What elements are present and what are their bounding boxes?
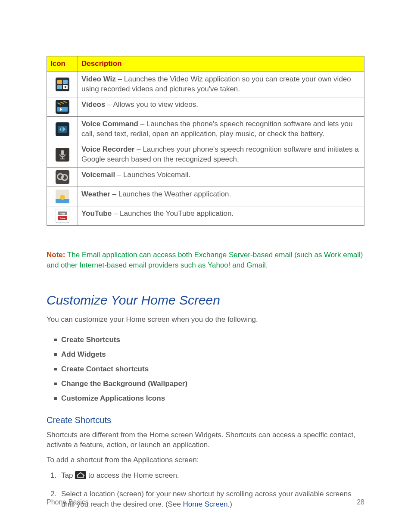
- step-item: Tap to access the Home screen.: [59, 470, 364, 481]
- table-row: YouTube – Launches the YouTube applicati…: [47, 206, 364, 225]
- table-row: Voice Recorder – Launches your phone's s…: [47, 142, 364, 167]
- note-label: Note:: [47, 251, 65, 259]
- customize-options-list: Create Shortcuts Add Widgets Create Cont…: [47, 333, 364, 406]
- home-key-icon: [75, 471, 86, 479]
- footer-section-name: Phone Basics: [47, 498, 89, 507]
- video-wiz-icon: [56, 78, 69, 91]
- voice-recorder-icon: [56, 148, 69, 162]
- list-item: Customize Applications Icons: [47, 391, 364, 406]
- table-row: Video Wiz – Launches the Video Wiz appli…: [47, 72, 364, 97]
- voicemail-icon: [56, 170, 69, 184]
- note-paragraph: Note: The Email application can access b…: [47, 250, 364, 271]
- table-header-icon: Icon: [47, 56, 78, 72]
- videos-icon: [56, 100, 69, 114]
- table-row: Voicemail – Launches Voicemail.: [47, 167, 364, 187]
- subsection-paragraph: To add a shortcut from the Applications …: [47, 455, 364, 465]
- icon-description-table: Icon Description Video Wiz – Launches th…: [47, 56, 364, 226]
- section-title-customize-home: Customize Your Home Screen: [47, 292, 364, 309]
- footer-page-number: 28: [357, 498, 364, 507]
- list-item: Change the Background (Wallpaper): [47, 376, 364, 391]
- voice-command-icon: [56, 122, 69, 136]
- list-item: Create Shortcuts: [47, 333, 364, 347]
- youtube-icon: [56, 209, 69, 223]
- table-row: Videos – Allows you to view videos.: [47, 97, 364, 116]
- table-header-description: Description: [78, 56, 364, 72]
- table-row: Weather – Launches the Weather applicati…: [47, 187, 364, 206]
- subsection-paragraph: Shortcuts are different from the Home sc…: [47, 430, 364, 450]
- table-row: Voice Command – Launches the phone's spe…: [47, 116, 364, 142]
- list-item: Add Widgets: [47, 347, 364, 362]
- subsection-title-create-shortcuts: Create Shortcuts: [47, 414, 364, 426]
- list-item: Create Contact shortcuts: [47, 362, 364, 376]
- section-intro: You can customize your Home screen when …: [47, 315, 364, 325]
- weather-icon: [56, 190, 69, 203]
